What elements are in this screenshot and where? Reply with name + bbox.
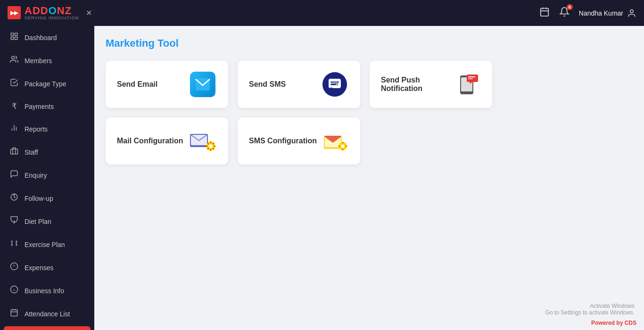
footer: Powered by CDS (591, 320, 636, 326)
send-push-icon (455, 70, 481, 99)
sidebar-label-enquiry: Enquiry (25, 172, 47, 179)
send-sms-card[interactable]: Send SMS SMS (238, 61, 360, 108)
sidebar-label-dashboard: Dashboard (25, 34, 57, 41)
sidebar-item-business-info[interactable]: Business Info (0, 279, 94, 302)
sidebar-item-expenses[interactable]: Expenses (0, 256, 94, 279)
svg-point-4 (630, 9, 634, 13)
sidebar-label-members: Members (25, 57, 52, 65)
exercise-plan-icon (9, 239, 19, 250)
sidebar-item-dashboard[interactable]: Dashboard (0, 26, 94, 49)
topnav-right: 6 Nandha Kumar (539, 7, 636, 19)
diet-plan-icon (9, 216, 19, 227)
user-menu[interactable]: Nandha Kumar (579, 8, 636, 18)
send-email-label: Send Email (117, 80, 157, 89)
sidebar-item-members[interactable]: Members (0, 49, 94, 72)
svg-point-14 (14, 194, 15, 195)
dashboard-icon (9, 32, 19, 43)
email-envelope-icon (190, 72, 215, 97)
sidebar-label-business-info: Business Info (25, 287, 64, 295)
main-content: Marketing Tool Send Email Send SMS (94, 26, 644, 330)
svg-rect-0 (541, 8, 549, 16)
svg-point-56 (341, 145, 345, 148)
sidebar-item-package-type[interactable]: Package Type (0, 72, 94, 95)
logo-area: ▶▶ ADDONZ SERVING INNOVATION ✕ (8, 5, 92, 20)
logo-subtitle: SERVING INNOVATION (25, 16, 79, 21)
enquiry-icon (9, 170, 19, 181)
user-name: Nandha Kumar (579, 9, 623, 17)
powered-by-text: Powered by (591, 320, 625, 326)
sms-config-card[interactable]: SMS Configuration (238, 117, 360, 165)
sidebar-label-staff: Staff (25, 148, 38, 156)
top-navigation: ▶▶ ADDONZ SERVING INNOVATION ✕ 6 Nandha … (0, 0, 644, 26)
mail-config-label: Mail Configuration (117, 137, 183, 145)
sms-config-label: SMS Configuration (249, 137, 317, 145)
sidebar-item-payments[interactable]: ₹ Payments (0, 95, 94, 117)
reports-icon (9, 124, 19, 134)
sms-config-icon (321, 127, 349, 155)
follow-up-icon (9, 193, 19, 204)
svg-rect-13 (11, 149, 18, 154)
svg-text:SMS: SMS (331, 82, 339, 86)
send-push-card[interactable]: Send Push Notification (370, 61, 492, 108)
page-title: Marketing Tool (106, 37, 633, 50)
package-type-icon (9, 78, 19, 89)
attendance-list-icon (9, 308, 19, 319)
svg-rect-7 (15, 37, 17, 40)
sidebar-item-reports[interactable]: Reports (0, 117, 94, 140)
close-icon[interactable]: ✕ (86, 8, 92, 17)
marketing-cards-grid: Send Email Send SMS (106, 61, 633, 165)
sidebar-item-exercise-plan[interactable]: Exercise Plan (0, 233, 94, 256)
sidebar-label-follow-up: Follow-up (25, 195, 53, 202)
sidebar-item-staff[interactable]: Staff (0, 140, 94, 164)
calendar-button[interactable] (539, 7, 550, 19)
sidebar-item-attendance-list[interactable]: Attendance List (0, 302, 94, 325)
sidebar-label-attendance-list: Attendance List (25, 310, 70, 318)
svg-rect-27 (196, 78, 210, 91)
sidebar-item-marketing-tool[interactable]: Marketing Tool (4, 326, 91, 330)
send-email-card[interactable]: Send Email (106, 61, 228, 108)
sidebar: Dashboard Members Package Type ₹ Payment… (0, 26, 94, 330)
members-icon (9, 55, 19, 66)
logo-text: ADDONZ (25, 5, 79, 16)
expenses-icon (9, 262, 19, 273)
send-sms-label: Send SMS (249, 80, 286, 89)
sidebar-label-package-type: Package Type (25, 80, 66, 88)
main-layout: Dashboard Members Package Type ₹ Payment… (0, 26, 644, 330)
sidebar-label-exercise-plan: Exercise Plan (25, 241, 65, 248)
notification-badge: 6 (567, 4, 573, 10)
sidebar-item-follow-up[interactable]: Follow-up (0, 187, 94, 210)
svg-rect-23 (11, 310, 17, 316)
logo-icon: ▶▶ (8, 6, 21, 19)
svg-point-43 (209, 144, 213, 148)
svg-rect-37 (468, 76, 475, 77)
staff-icon (9, 147, 19, 157)
logo-block: ADDONZ SERVING INNOVATION (25, 5, 79, 20)
send-sms-icon: SMS (321, 70, 349, 99)
sidebar-label-expenses: Expenses (25, 264, 53, 272)
mail-config-icon (189, 127, 217, 155)
svg-point-9 (12, 56, 15, 59)
payments-icon: ₹ (9, 101, 19, 111)
sidebar-item-diet-plan[interactable]: Diet Plan (0, 210, 94, 233)
svg-rect-6 (15, 33, 17, 35)
send-email-icon (189, 70, 217, 99)
svg-rect-8 (11, 37, 13, 40)
sidebar-label-payments: Payments (25, 103, 54, 110)
footer-brand: CDS (625, 320, 636, 326)
sidebar-item-enquiry[interactable]: Enquiry (0, 164, 94, 187)
logo-highlight: O (49, 5, 57, 16)
sidebar-label-reports: Reports (25, 125, 48, 133)
svg-rect-38 (468, 78, 473, 79)
svg-rect-5 (11, 33, 13, 35)
send-push-label: Send Push Notification (381, 76, 455, 93)
sidebar-label-diet-plan: Diet Plan (25, 218, 51, 225)
business-info-icon (9, 285, 19, 296)
mail-config-card[interactable]: Mail Configuration (106, 117, 228, 165)
notification-button[interactable]: 6 (559, 7, 570, 19)
